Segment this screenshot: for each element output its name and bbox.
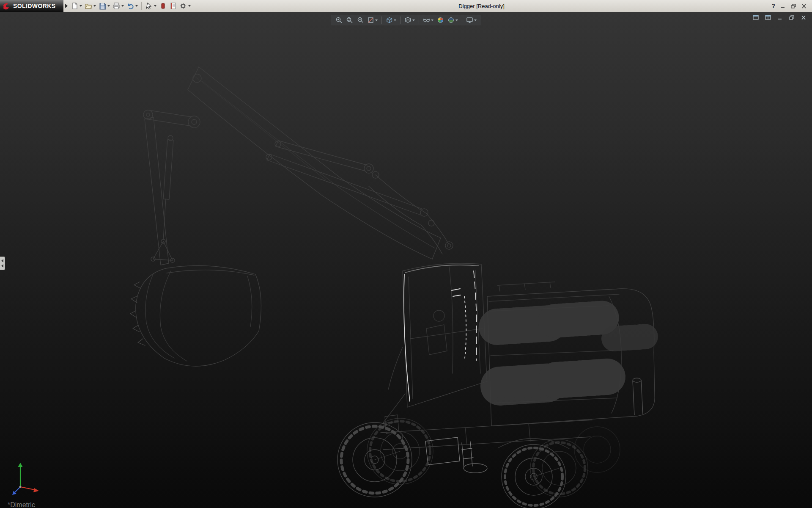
new-document-button[interactable] [70, 1, 83, 11]
viewport-toggle-icon [753, 15, 759, 20]
zoom-to-fit-icon [335, 17, 343, 24]
feature-manager-collapse-tab[interactable] [0, 257, 5, 270]
headsup-separator [462, 17, 462, 24]
main-toolbar: SOLIDWORKS [0, 0, 812, 12]
options-caret-icon[interactable] [188, 5, 191, 7]
orientation-triad [9, 459, 46, 498]
options-gear-icon [179, 2, 187, 10]
document-close-icon [801, 15, 807, 20]
headsup-separator [419, 17, 419, 24]
print-caret-icon[interactable] [121, 5, 124, 7]
viewport-toggle-button[interactable] [752, 14, 759, 20]
view-settings-button[interactable] [465, 16, 477, 24]
print-button[interactable] [112, 1, 125, 11]
collapse-arrow-icon [1, 259, 3, 262]
display-style-button[interactable] [403, 16, 416, 24]
zoom-to-area-icon [346, 17, 353, 24]
undo-caret-icon[interactable] [135, 5, 138, 7]
document-close-button[interactable] [801, 15, 807, 20]
display-style-cube-icon [404, 17, 411, 24]
new-document-caret-icon[interactable] [80, 5, 82, 7]
print-icon [112, 2, 120, 10]
window-toggle-icon [765, 15, 771, 20]
window-toggle-button[interactable] [765, 14, 771, 20]
undo-icon [126, 2, 134, 10]
digger-wireframe-model[interactable] [0, 12, 812, 508]
heads-up-view-toolbar [331, 15, 481, 25]
document-minimize-button[interactable] [777, 15, 783, 20]
select-caret-icon[interactable] [154, 5, 156, 7]
view-orientation-cube-icon [386, 17, 393, 24]
view-settings-icon [466, 17, 473, 24]
document-title: Digger [Read-only] [458, 3, 504, 9]
toolbox-icon [159, 2, 167, 10]
document-minimize-icon [777, 15, 783, 20]
save-caret-icon[interactable] [107, 5, 110, 7]
hide-show-items-button[interactable] [422, 16, 434, 24]
headsup-separator [381, 17, 382, 24]
view-orientation-button[interactable] [385, 16, 397, 24]
restore-button[interactable] [791, 4, 796, 8]
apply-scene-icon [447, 17, 455, 24]
display-style-caret-icon[interactable] [412, 19, 415, 21]
undo-button[interactable] [126, 1, 139, 11]
view-settings-caret-icon[interactable] [474, 19, 477, 21]
design-binder-icon [169, 2, 177, 10]
edit-appearance-ball-icon [437, 17, 444, 24]
graphics-viewport[interactable]: *Dimetric [0, 12, 812, 508]
document-window-controls [752, 14, 807, 20]
help-button[interactable]: ? [771, 3, 775, 9]
select-button[interactable] [144, 1, 157, 11]
document-restore-icon [789, 15, 795, 20]
apply-scene-button[interactable] [447, 16, 459, 24]
select-cursor-icon [145, 2, 153, 10]
previous-view-icon [357, 17, 364, 24]
open-button[interactable] [84, 1, 97, 11]
solidworks-menu[interactable]: SOLIDWORKS [0, 0, 63, 12]
previous-view-button[interactable] [356, 16, 365, 24]
options-button[interactable] [178, 1, 192, 11]
section-view-button[interactable] [366, 16, 379, 24]
save-icon [99, 2, 106, 10]
minimize-button[interactable] [780, 4, 786, 8]
collapse-arrow-icon [1, 264, 3, 268]
save-button[interactable] [98, 1, 111, 11]
hide-show-glasses-icon [423, 17, 430, 24]
hide-show-items-caret-icon[interactable] [431, 19, 433, 21]
solidworks-window: { "window": { "brand": "SOLIDWORKS", "ti… [0, 0, 812, 508]
solidworks-logo-icon [3, 2, 11, 10]
headsup-separator [400, 17, 401, 24]
toolbox-button[interactable] [158, 1, 167, 11]
toolbar-separator [141, 2, 142, 10]
apply-scene-caret-icon[interactable] [455, 19, 458, 21]
design-binder-button[interactable] [168, 1, 178, 11]
edit-appearance-button[interactable] [436, 16, 445, 24]
section-view-icon [367, 17, 374, 24]
zoom-to-area-button[interactable] [345, 16, 354, 24]
open-folder-icon [85, 2, 92, 10]
close-button[interactable] [801, 4, 807, 8]
view-orientation-label: *Dimetric [8, 501, 35, 508]
menu-expand-arrow-icon[interactable] [65, 4, 68, 8]
view-orientation-caret-icon[interactable] [394, 19, 396, 21]
open-caret-icon[interactable] [93, 5, 96, 7]
section-view-caret-icon[interactable] [375, 19, 378, 21]
document-restore-button[interactable] [789, 15, 795, 20]
window-controls: ? [771, 3, 812, 9]
brand-label: SOLIDWORKS [13, 3, 55, 9]
zoom-to-fit-button[interactable] [335, 16, 343, 24]
new-document-icon [71, 2, 78, 10]
